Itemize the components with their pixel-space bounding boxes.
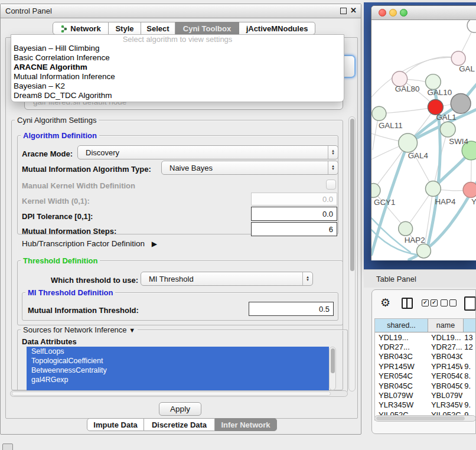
attributes-scrollbar[interactable] — [329, 347, 336, 390]
network-view-window: GALGAL80GAL10GAL1GAL11SWI4GAL4GCY1HAP4YH… — [371, 5, 476, 260]
settings-scrollbar[interactable] — [348, 116, 356, 392]
tab-infer-network[interactable]: Infer Network — [215, 418, 277, 431]
table-cell: YBR045C — [375, 381, 428, 390]
mi-steps-label: Mutual Information Steps: — [22, 227, 116, 236]
dpi-tolerance-label: DPI Tolerance [0,1]: — [22, 212, 93, 221]
stepper-icon: ▲▼ — [328, 161, 338, 174]
table-cell: 9. — [462, 381, 476, 390]
table-row[interactable]: YBR043CYBR043C — [375, 352, 476, 361]
mi-type-label: Mutual Information Algorithm Type: — [22, 165, 151, 174]
algorithm-option[interactable]: Basic Correlation Inference — [11, 53, 344, 63]
tab-select[interactable]: Select — [141, 22, 175, 35]
node-table[interactable]: shared... name YDL19...YDL19...13YDR27..… — [374, 318, 476, 420]
node-label: GAL11 — [379, 121, 403, 130]
table-cell: 13 — [462, 333, 476, 342]
tab-label: Impute Data — [93, 420, 137, 429]
table-row[interactable]: YPR145WYPR145W9. — [375, 361, 476, 371]
manual-kernel-checkbox[interactable] — [326, 180, 336, 190]
aracne-mode-combo[interactable]: Discovery ▲▼ — [77, 145, 338, 159]
which-threshold-value: MI Threshold — [141, 275, 302, 283]
network-canvas[interactable]: GALGAL80GAL10GAL1GAL11SWI4GAL4GCY1HAP4YH… — [371, 20, 476, 260]
network-node[interactable] — [425, 74, 441, 90]
tab-label: Cyni Toolbox — [183, 24, 231, 33]
network-node[interactable] — [451, 51, 465, 66]
network-node[interactable] — [467, 20, 476, 32]
mac-zoom-button[interactable] — [400, 9, 407, 17]
algorithm-option[interactable]: Bayesian – K2 — [11, 81, 344, 91]
tab-style[interactable]: Style — [109, 22, 141, 35]
table-row[interactable]: YBL079WYBL079W — [375, 390, 476, 400]
table-row[interactable]: YBR045CYBR045C9. — [375, 381, 476, 390]
algorithm-option[interactable]: ARACNE Algorithm — [11, 63, 344, 72]
column-header-shared-name[interactable]: shared... — [375, 319, 428, 332]
mi-steps-input[interactable]: 6 — [251, 222, 337, 236]
attribute-item[interactable]: gal4RGexp — [27, 375, 329, 384]
mi-type-value: Naive Bayes — [162, 164, 328, 172]
settings-hscrollbar[interactable] — [10, 390, 348, 397]
table-cell: YBL079W — [428, 391, 462, 400]
data-attributes-list[interactable]: SelfLoopsTopologicalCoefficientBetweenne… — [27, 347, 329, 390]
mi-threshold-input[interactable]: 0.5 — [249, 302, 334, 316]
settings-scrollbar-thumb[interactable] — [350, 119, 354, 271]
close-icon[interactable]: ✕ — [350, 6, 357, 15]
network-node[interactable] — [425, 181, 441, 197]
attribute-item[interactable]: TopologicalCoefficient — [27, 356, 329, 366]
which-threshold-combo[interactable]: MI Threshold ▲▼ — [141, 272, 313, 286]
tab-cyni-toolbox[interactable]: Cyni Toolbox — [175, 22, 239, 35]
table-row[interactable]: YDL19...YDL19...13 — [375, 332, 476, 342]
columns-icon[interactable] — [402, 298, 413, 309]
mi-type-combo[interactable]: Naive Bayes ▲▼ — [161, 161, 338, 175]
network-node[interactable] — [399, 133, 418, 152]
network-node[interactable] — [440, 122, 455, 137]
network-node[interactable] — [399, 221, 413, 236]
which-threshold-label: Which threshold to use: — [51, 276, 138, 285]
tab-network[interactable]: Network — [53, 22, 109, 35]
node-label: SWI4 — [449, 137, 468, 146]
table-row[interactable]: YER054CYER054C8. — [375, 371, 476, 381]
table-cell: YDR27... — [375, 343, 428, 351]
collapse-arrow-icon: ▼ — [129, 327, 135, 334]
network-node[interactable] — [417, 244, 431, 258]
tab-discretize-data[interactable]: Discretize Data — [144, 418, 215, 431]
attribute-item[interactable]: BetweennessCentrality — [27, 366, 329, 375]
network-node[interactable] — [451, 93, 471, 113]
float-window-icon[interactable] — [340, 8, 347, 14]
attribute-item[interactable] — [27, 384, 329, 390]
select-all-columns-icon[interactable]: ✓✓ — [422, 299, 438, 306]
network-node[interactable] — [371, 184, 380, 198]
settings-hscrollbar-thumb[interactable] — [12, 392, 331, 396]
deselect-all-columns-icon[interactable] — [441, 299, 457, 306]
algorithm-option[interactable]: Bayesian – Hill Climbing — [11, 44, 344, 53]
tab-impute-data[interactable]: Impute Data — [87, 418, 144, 431]
algorithm-option[interactable]: Mutual Information Inference — [11, 72, 344, 81]
control-panel-titlebar[interactable]: Control Panel ✕ — [1, 4, 361, 18]
table-hscrollbar[interactable] — [374, 415, 476, 422]
sources-group-title[interactable]: Sources for Network Inference ▼ — [21, 325, 138, 334]
table-cell: 8. — [462, 371, 476, 380]
column-header-cut[interactable] — [464, 319, 476, 332]
apply-button[interactable]: Apply — [159, 402, 201, 416]
mac-minimize-button[interactable] — [389, 9, 397, 17]
table-hscrollbar-thumb[interactable] — [376, 416, 465, 420]
hub-definition-expander[interactable]: Hub/Transcription Factor Definition ▶ — [22, 239, 157, 248]
mac-close-button[interactable] — [379, 9, 386, 17]
gear-icon[interactable]: ⚙ — [380, 296, 390, 309]
attributes-scrollbar-thumb[interactable] — [331, 348, 335, 373]
network-node[interactable] — [463, 182, 476, 198]
new-table-icon[interactable] — [464, 296, 476, 311]
minimized-panel-icon[interactable] — [2, 444, 13, 450]
tab-jactivemnodules[interactable]: jActiveMNodules — [239, 22, 315, 35]
table-row[interactable]: YLR345WYLR345W9. — [375, 400, 476, 410]
algorithm-popup-placeholder: Select algorithm to view settings — [11, 35, 344, 44]
kernel-width-input[interactable]: 0.0 — [251, 193, 337, 206]
column-header-name[interactable]: name — [428, 319, 464, 332]
table-panel-bar: Table Panel — [364, 269, 476, 288]
table-row[interactable]: YDR27...YDR27...12 — [375, 342, 476, 351]
algorithm-option[interactable]: Dream8 DC_TDC Algorithm — [11, 91, 344, 100]
table-cell: YDL19... — [428, 333, 462, 342]
network-window-titlebar[interactable] — [371, 6, 476, 20]
network-node[interactable] — [372, 106, 386, 120]
table-cell: YLR345W — [375, 400, 428, 409]
attribute-item[interactable]: SelfLoops — [27, 347, 329, 356]
dpi-tolerance-input[interactable]: 0.0 — [251, 207, 337, 221]
